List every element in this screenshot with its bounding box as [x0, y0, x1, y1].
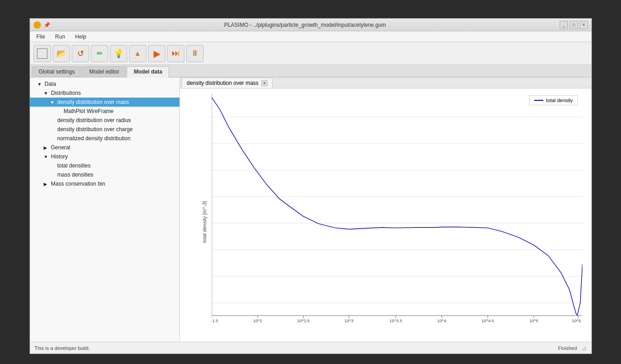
- edit-icon: ✏: [97, 49, 103, 58]
- status-left: This is a developer build.: [35, 345, 90, 351]
- sidebar-item-density-radius[interactable]: density distribution over radius: [30, 116, 179, 125]
- chart-tab[interactable]: density distribution over mass ×: [182, 78, 273, 88]
- pause-icon: ⏸: [191, 49, 199, 58]
- main-window: 📌 PLASIMO - ../plplugins/particle_growth…: [30, 18, 592, 354]
- sidebar-item-density-mass[interactable]: density distribution over mass: [30, 98, 179, 107]
- reload-button[interactable]: ↺: [72, 45, 89, 62]
- chart-container: total density total density [m^-3] mass …: [180, 89, 591, 342]
- title-bar: 📌 PLASIMO - ../plplugins/particle_growth…: [30, 19, 591, 31]
- maximize-button[interactable]: □: [570, 21, 578, 29]
- svg-text:10^4: 10^4: [437, 318, 446, 323]
- app-icon: [34, 21, 41, 29]
- svg-text:10^3: 10^3: [344, 318, 353, 323]
- pause-button[interactable]: ⏸: [186, 45, 204, 62]
- close-button[interactable]: ×: [580, 21, 588, 29]
- svg-text:10^1.5: 10^1.5: [212, 318, 218, 323]
- new-button[interactable]: [34, 45, 51, 62]
- play-icon: ▶: [154, 48, 160, 59]
- light-button[interactable]: 💡: [110, 45, 127, 62]
- sidebar-item-total-densities[interactable]: total densities: [30, 161, 179, 170]
- arrow-icon: [50, 100, 55, 105]
- edit-button[interactable]: ✏: [91, 45, 108, 62]
- window-title: PLASIMO - ../plplugins/particle_growth_m…: [50, 22, 560, 28]
- arrow-icon: [44, 145, 49, 150]
- minimize-button[interactable]: _: [560, 21, 568, 29]
- new-icon: [37, 48, 48, 59]
- sidebar-item-data[interactable]: Data: [30, 79, 179, 89]
- status-resize-icon: ⊿: [581, 344, 587, 352]
- sidebar-item-normalized-density[interactable]: normalized density distribution: [30, 134, 179, 143]
- chart-tab-label: density distribution over mass: [187, 80, 258, 86]
- toolbar: 📂 ↺ ✏ 💡 ▲ ▶ ⏭ ⏸: [30, 42, 591, 65]
- sidebar-item-density-charge[interactable]: density distribution over charge: [30, 125, 179, 134]
- menu-help[interactable]: Help: [70, 33, 91, 41]
- svg-text:10^2.5: 10^2.5: [297, 318, 310, 323]
- chart-tab-close-button[interactable]: ×: [261, 80, 268, 86]
- open-icon: 📂: [56, 49, 66, 59]
- tab-model-data[interactable]: Model data: [127, 66, 169, 78]
- menu-bar: File Run Help: [30, 31, 591, 42]
- upload-icon: ▲: [134, 49, 141, 58]
- title-controls: _ □ ×: [560, 21, 588, 29]
- reload-icon: ↺: [77, 49, 84, 59]
- legend-label: total density: [546, 98, 573, 103]
- sidebar: Data Distributions density distribution …: [30, 78, 180, 342]
- sidebar-item-distributions[interactable]: Distributions: [30, 89, 179, 98]
- svg-text:10^5: 10^5: [529, 318, 538, 323]
- tab-model-editor[interactable]: Model editor: [82, 66, 126, 77]
- chart-tab-bar: density distribution over mass ×: [180, 78, 591, 89]
- status-right: Finished ⊿: [558, 344, 587, 352]
- title-bar-left: 📌: [34, 21, 50, 29]
- sidebar-item-history[interactable]: History: [30, 152, 179, 161]
- next-icon: ⏭: [172, 49, 180, 58]
- tab-global-settings[interactable]: Global settings: [32, 66, 81, 77]
- arrow-icon: [37, 82, 43, 87]
- svg-text:10^4.5: 10^4.5: [482, 318, 494, 323]
- y-axis-label: total density [m^-3]: [202, 201, 207, 243]
- chart-svg: 10^15.4 10^15.6 10^15.8 10^16 10^16.2 10…: [212, 93, 582, 333]
- light-icon: 💡: [114, 49, 124, 59]
- sidebar-item-mathplot[interactable]: MathPlot WireFrame: [30, 107, 179, 116]
- open-button[interactable]: 📂: [53, 45, 70, 62]
- arrow-icon: [44, 154, 49, 159]
- tabs-bar: Global settings Model editor Model data: [30, 65, 591, 78]
- main-content: Data Distributions density distribution …: [30, 78, 591, 342]
- sidebar-item-general[interactable]: General: [30, 143, 179, 152]
- svg-text:10^2: 10^2: [253, 318, 262, 323]
- svg-text:10^3.5: 10^3.5: [389, 318, 402, 323]
- upload-button[interactable]: ▲: [129, 45, 146, 62]
- status-bar: This is a developer build. Finished ⊿: [30, 342, 591, 354]
- legend-line-icon: [534, 100, 543, 101]
- status-finished: Finished: [558, 345, 577, 351]
- chart-legend: total density: [529, 95, 578, 105]
- pin-icon: 📌: [44, 22, 50, 28]
- play-button[interactable]: ▶: [148, 45, 165, 62]
- arrow-icon: [44, 182, 49, 187]
- sidebar-item-mass-densities[interactable]: mass densities: [30, 170, 179, 179]
- chart-area: density distribution over mass × total d…: [180, 78, 591, 342]
- menu-file[interactable]: File: [32, 33, 50, 41]
- next-button[interactable]: ⏭: [167, 45, 184, 62]
- svg-text:10^5.5: 10^5.5: [572, 318, 582, 323]
- arrow-icon: [44, 91, 49, 96]
- menu-run[interactable]: Run: [50, 33, 70, 41]
- sidebar-item-mass-conservation[interactable]: Mass conservation bin: [30, 179, 179, 188]
